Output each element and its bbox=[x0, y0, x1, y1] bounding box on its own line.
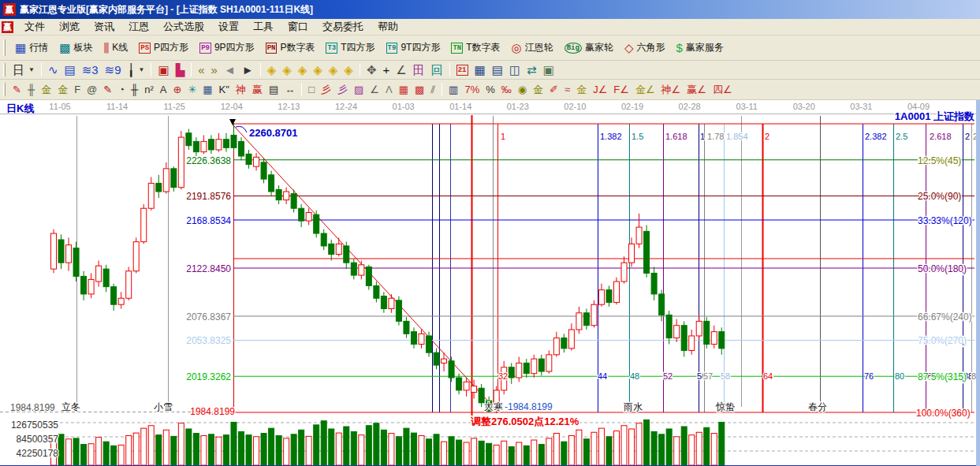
toolbar-button-last-page[interactable]: » bbox=[208, 62, 221, 77]
toolbar-button-t-number-table[interactable]: TNT数字表 bbox=[445, 39, 505, 56]
toolbar-button-hexagon[interactable]: ◇六角形 bbox=[619, 39, 671, 56]
toolbar-button-wave-band[interactable]: ≈ bbox=[561, 83, 573, 97]
toolbar-button-square-select[interactable]: □ bbox=[305, 83, 318, 97]
toolbar-button-brush[interactable]: ✎ bbox=[9, 83, 24, 97]
toolbar-button-shen-tool[interactable]: 神 bbox=[233, 83, 249, 97]
toolbar-button-square-tool[interactable]: 田 bbox=[410, 62, 428, 77]
toolbar-button-gold-gate-9[interactable]: 金 bbox=[54, 83, 71, 97]
toolbar-button-gann-compress-h[interactable]: ◈ bbox=[310, 62, 326, 77]
toolbar-button-fan-box[interactable]: ▨ bbox=[351, 83, 367, 97]
menu-item-settings[interactable]: 设置 bbox=[211, 18, 246, 35]
toolbar-button-percent[interactable]: % bbox=[483, 83, 498, 97]
toolbar-button-a-channel[interactable]: A bbox=[157, 83, 170, 97]
toolbar-button-winner-service[interactable]: $赢家服务 bbox=[670, 39, 728, 56]
toolbar-button-k-quote[interactable]: K" bbox=[216, 83, 233, 97]
toolbar-button-comb-grid-2[interactable]: ╫ bbox=[128, 83, 141, 97]
toolbar-button-first-page[interactable]: « bbox=[195, 62, 207, 77]
toolbar-button-save[interactable]: ◫ bbox=[506, 62, 524, 77]
toolbar-button-gold-line[interactable]: 金 bbox=[573, 83, 590, 97]
toolbar-button-p-square[interactable]: PSP四方形 bbox=[133, 39, 194, 56]
toolbar-button-spiral[interactable]: @ bbox=[84, 83, 100, 97]
toolbar-button-percent-lines[interactable]: ‰ bbox=[498, 83, 515, 97]
toolbar-button-measure[interactable]: ∠ bbox=[393, 62, 409, 77]
menu-item-window[interactable]: 窗口 bbox=[281, 18, 315, 35]
toolbar-button-p-number-table[interactable]: PNP数字表 bbox=[260, 39, 321, 56]
toolbar-button-angle-j[interactable]: J∠ bbox=[590, 83, 610, 97]
menu-item-file[interactable]: 文件 bbox=[17, 18, 52, 35]
toolbar-button-stat-bars[interactable]: ▥ bbox=[445, 83, 461, 97]
toolbar-button-crosshair[interactable]: + bbox=[379, 62, 393, 77]
kline-chart-canvas[interactable]: 11-0511-1411-2512-0412-1312-2401-0301-14… bbox=[0, 100, 976, 466]
toolbar-button-9p-square[interactable]: P99P四方形 bbox=[194, 39, 260, 56]
toolbar-button-sectors[interactable]: ▩板块 bbox=[54, 39, 98, 56]
toolbar-button-parallel-lines[interactable]: ⫽ bbox=[427, 83, 438, 97]
toolbar-button-gann-fit[interactable]: ◈ bbox=[341, 62, 356, 77]
toolbar-button-brush-red[interactable]: ✎ bbox=[100, 83, 115, 97]
toolbar-button-angle-ying[interactable]: 赢∠ bbox=[684, 83, 710, 97]
toolbar-button-angle-gold[interactable]: 金∠ bbox=[632, 83, 658, 97]
toolbar-button-h-span[interactable]: ↔ bbox=[281, 83, 298, 97]
toolbar-button-gann-expand-h[interactable]: ◈ bbox=[295, 62, 311, 77]
menu-item-news[interactable]: 资讯 bbox=[87, 18, 121, 35]
toolbar-button-web-box[interactable]: ▦ bbox=[199, 83, 215, 97]
toolbar-button-fan-red[interactable]: 彡 bbox=[318, 83, 334, 97]
toolbar-button-cycle-tool[interactable]: 回 bbox=[428, 62, 446, 77]
svg-text:48: 48 bbox=[630, 371, 639, 381]
toolbar-button-remote-pc[interactable]: ▣ bbox=[540, 62, 557, 77]
toolbar-button-t-square[interactable]: T3T四方形 bbox=[320, 39, 380, 56]
toolbar-button-f10-info[interactable]: ▤ bbox=[61, 62, 79, 77]
toolbar-button-gann-wheel[interactable]: ◎江恩轮 bbox=[506, 39, 559, 56]
toolbar-button-gann-expand-all[interactable]: ◈ bbox=[326, 62, 341, 77]
toolbar-button-period-dropdown[interactable]: 日▼ bbox=[9, 62, 38, 77]
toolbar-button-volume-profile[interactable]: ▙ bbox=[173, 62, 188, 77]
toolbar-button-number-grid[interactable]: ▤ bbox=[266, 83, 281, 97]
toolbar-button-v-wave[interactable]: Λ bbox=[382, 83, 396, 97]
toolbar-button-pan-hand[interactable]: ✥ bbox=[363, 62, 380, 77]
menu-item-help[interactable]: 帮助 bbox=[371, 18, 405, 35]
toolbar-button-calculator[interactable]: ▦ bbox=[471, 62, 489, 77]
toolbar-button-red-grid[interactable]: ▦ bbox=[396, 83, 412, 97]
toolbar-button-kline[interactable]: ⫼K线 bbox=[98, 39, 133, 56]
toolbar-button-angle-f[interactable]: F∠ bbox=[610, 83, 632, 97]
menu-item-trade[interactable]: 交易委托 bbox=[315, 18, 371, 35]
toolbar-button-wave-9[interactable]: ≋9 bbox=[102, 62, 125, 77]
toolbar-button-winner-wheel[interactable]: Big赢家轮 bbox=[559, 39, 619, 56]
toolbar-button-gold-circle[interactable]: ◉ bbox=[515, 83, 530, 97]
toolbar-button-time-clock[interactable]: ◔ bbox=[115, 83, 128, 97]
menu-item-gann[interactable]: 江恩 bbox=[121, 18, 156, 35]
toolbar-button-fan-purple[interactable]: 彡 bbox=[334, 83, 351, 97]
toolbar-button-gold-lines[interactable]: 金 bbox=[530, 83, 546, 97]
toolbar-button-next-bar[interactable]: ► bbox=[239, 62, 257, 77]
toolbar-button-n-square[interactable]: n² bbox=[141, 83, 157, 97]
toolbar-button-angle-four[interactable]: 四∠ bbox=[710, 83, 736, 97]
toolbar-button-time-grid[interactable]: ╫ bbox=[24, 83, 38, 97]
toolbar-button-gann-shift-left[interactable]: ◈ bbox=[264, 62, 280, 77]
toolbar-button-circle-target[interactable]: ⊕ bbox=[170, 83, 185, 97]
volume-bar bbox=[163, 430, 169, 465]
toolbar-button-angle-shen[interactable]: 神∠ bbox=[658, 83, 684, 97]
toolbar-button-9t-square[interactable]: T99T四方形 bbox=[381, 39, 446, 56]
toolbar-button-ink-brush[interactable]: ✐ bbox=[546, 83, 561, 97]
toolbar-button-star-web[interactable]: ✳ bbox=[184, 83, 199, 97]
toolbar-button-calendar[interactable]: 21 bbox=[453, 63, 471, 77]
menu-item-formula-pick[interactable]: 公式选股 bbox=[156, 18, 211, 35]
toolbar-button-gann-shift-right[interactable]: ◈ bbox=[279, 62, 295, 77]
toolbar-button-wave-3[interactable]: ≋3 bbox=[79, 62, 102, 77]
toolbar-button-red-grid-box[interactable]: ▩ bbox=[412, 83, 427, 97]
volume-bar bbox=[389, 434, 394, 465]
toolbar-button-ying-tool[interactable]: 赢 bbox=[249, 83, 266, 97]
toolbar-button-gold-gate[interactable]: 金 bbox=[38, 83, 54, 97]
toolbar-button-prev-bar[interactable]: ◄ bbox=[221, 62, 239, 77]
toolbar-button-percent-red[interactable]: 7% bbox=[461, 83, 483, 97]
toolbar-button-candle-type-dropdown[interactable]: ╽▼ bbox=[125, 62, 148, 77]
toolbar-button-trend-overlay[interactable]: ∿ bbox=[45, 62, 61, 77]
volume-bar bbox=[411, 433, 416, 465]
toolbar-button-pattern-frame[interactable]: ▣ bbox=[155, 62, 172, 77]
toolbar-button-net-send[interactable]: ⇄ bbox=[524, 62, 540, 77]
menu-item-view[interactable]: 浏览 bbox=[52, 18, 87, 35]
toolbar-button-memo[interactable]: ▤ bbox=[489, 62, 506, 77]
menu-item-tools[interactable]: 工具 bbox=[246, 18, 281, 35]
toolbar-button-quotes[interactable]: ▦行情 bbox=[9, 39, 54, 56]
toolbar-button-f-grid[interactable]: F bbox=[71, 83, 84, 97]
toolbar-button-multi-angle[interactable]: ∠ bbox=[367, 83, 382, 97]
